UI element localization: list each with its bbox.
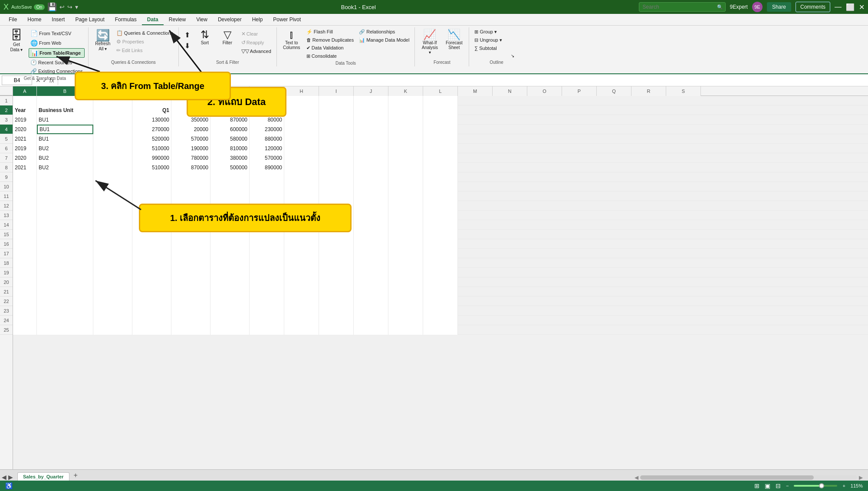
cell-e8[interactable]: 870000	[171, 163, 210, 172]
autosave-toggle[interactable]: On	[34, 4, 45, 10]
row-header-22[interactable]: 22	[0, 297, 13, 306]
from-text-csv-button[interactable]: 📄 From Text/CSV	[29, 29, 85, 38]
normal-view-icon[interactable]: ⊞	[754, 482, 760, 489]
cell-j8[interactable]	[354, 163, 388, 172]
col-header-a[interactable]: A	[13, 86, 37, 96]
redo-icon[interactable]: ↪	[67, 3, 72, 10]
cell-a6[interactable]: 2019	[13, 144, 37, 153]
cell-d1[interactable]	[132, 96, 171, 105]
row-header-15[interactable]: 15	[0, 230, 13, 239]
cell-k7[interactable]	[388, 153, 423, 163]
col-header-h[interactable]: H	[284, 86, 319, 96]
cell-e7[interactable]: 780000	[171, 153, 210, 163]
cell-f8[interactable]: 500000	[210, 163, 250, 172]
sheet-tab-sales[interactable]: Sales_by_Quarter	[17, 472, 69, 481]
row-header-19[interactable]: 19	[0, 268, 13, 277]
cell-h6[interactable]	[284, 144, 319, 153]
search-wrapper[interactable]: 🔍	[639, 2, 726, 12]
cell-j4[interactable]	[354, 125, 388, 134]
cell-b3[interactable]: BU1	[37, 115, 93, 125]
row-header-11[interactable]: 11	[0, 191, 13, 201]
cell-l8[interactable]	[423, 163, 458, 172]
cell-g1[interactable]	[250, 96, 284, 105]
row-header-5[interactable]: 5	[0, 134, 13, 144]
cell-g4[interactable]: 230000	[250, 125, 284, 134]
cell-h8[interactable]	[284, 163, 319, 172]
cell-i1[interactable]	[319, 96, 354, 105]
cell-g7[interactable]: 570000	[250, 153, 284, 163]
col-header-f[interactable]: F	[210, 86, 250, 96]
zoom-in-icon[interactable]: +	[842, 483, 845, 488]
cell-a7[interactable]: 2020	[13, 153, 37, 163]
cell-g3[interactable]: 80000	[250, 115, 284, 125]
cell-d7[interactable]: 990000	[132, 153, 171, 163]
cell-h4[interactable]	[284, 125, 319, 134]
cell-e4[interactable]: 20000	[171, 125, 210, 134]
col-header-e[interactable]: E	[171, 86, 210, 96]
sort-button[interactable]: ⇅ Sort	[194, 28, 215, 46]
cell-k5[interactable]	[388, 134, 423, 144]
data-validation-button[interactable]: ✔ Data Validation	[305, 44, 355, 52]
cell-d3[interactable]: 130000	[132, 115, 171, 125]
row-header-4[interactable]: 4	[0, 125, 13, 134]
cell-j7[interactable]	[354, 153, 388, 163]
cell-k8[interactable]	[388, 163, 423, 172]
search-input[interactable]	[639, 2, 726, 12]
col-header-m[interactable]: M	[458, 86, 493, 96]
clear-button[interactable]: ✕ Clear	[240, 30, 273, 38]
cell-c2[interactable]	[93, 105, 132, 115]
cell-c6[interactable]	[93, 144, 132, 153]
data-model-button[interactable]: 📊 Manage Data Model	[357, 36, 411, 44]
tab-view[interactable]: View	[191, 15, 213, 25]
sort-az-button[interactable]: ⬆	[182, 30, 193, 40]
col-header-l[interactable]: L	[423, 86, 458, 96]
cell-f4[interactable]: 600000	[210, 125, 250, 134]
tab-home[interactable]: Home	[22, 15, 46, 25]
row-header-25[interactable]: 25	[0, 325, 13, 335]
cell-b1[interactable]	[37, 96, 93, 105]
col-header-s[interactable]: S	[666, 86, 701, 96]
cell-g2[interactable]: Q4	[250, 105, 284, 115]
cell-j3[interactable]	[354, 115, 388, 125]
save-icon[interactable]: 💾	[47, 2, 57, 12]
cell-i4[interactable]	[319, 125, 354, 134]
flash-fill-button[interactable]: ⚡ Flash Fill	[305, 28, 355, 36]
tab-power-pivot[interactable]: Power Pivot	[268, 15, 306, 25]
minimize-button[interactable]: —	[835, 3, 842, 11]
cell-h2[interactable]	[284, 105, 319, 115]
row-header-18[interactable]: 18	[0, 258, 13, 268]
cell-g6[interactable]: 120000	[250, 144, 284, 153]
zoom-out-icon[interactable]: −	[786, 483, 789, 488]
row-header-23[interactable]: 23	[0, 306, 13, 316]
cell-b8[interactable]: BU2	[37, 163, 93, 172]
cell-f3[interactable]: 870000	[210, 115, 250, 125]
advanced-filter-button[interactable]: ▽▽ Advanced	[240, 47, 273, 55]
cell-d5[interactable]: 520000	[132, 134, 171, 144]
col-header-n[interactable]: N	[493, 86, 527, 96]
cell-a3[interactable]: 2019	[13, 115, 37, 125]
cell-l6[interactable]	[423, 144, 458, 153]
cell-f6[interactable]: 810000	[210, 144, 250, 153]
cell-j6[interactable]	[354, 144, 388, 153]
cell-f7[interactable]: 380000	[210, 153, 250, 163]
cell-a5[interactable]: 2021	[13, 134, 37, 144]
undo-icon[interactable]: ↩	[59, 3, 65, 10]
cell-i5[interactable]	[319, 134, 354, 144]
consolidate-button[interactable]: ⊞ Consolidate	[305, 53, 355, 60]
tab-page-layout[interactable]: Page Layout	[70, 15, 109, 25]
tab-developer[interactable]: Developer	[213, 15, 247, 25]
cell-b6[interactable]: BU2	[37, 144, 93, 153]
add-sheet-button[interactable]: +	[70, 470, 81, 481]
cell-c7[interactable]	[93, 153, 132, 163]
cell-e6[interactable]: 190000	[171, 144, 210, 153]
row-header-6[interactable]: 6	[0, 144, 13, 153]
formula-input[interactable]	[58, 76, 866, 85]
row-header-1[interactable]: 1	[0, 96, 13, 105]
outline-dialog-icon[interactable]: ↘	[505, 53, 520, 59]
cell-e1[interactable]	[171, 96, 210, 105]
cell-f2[interactable]: Q3	[210, 105, 250, 115]
cell-b7[interactable]: BU2	[37, 153, 93, 163]
from-table-range-button[interactable]: 📊 From Table/Range	[29, 48, 85, 58]
cell-j2[interactable]	[354, 105, 388, 115]
sort-za-button[interactable]: ⬇	[182, 41, 193, 51]
